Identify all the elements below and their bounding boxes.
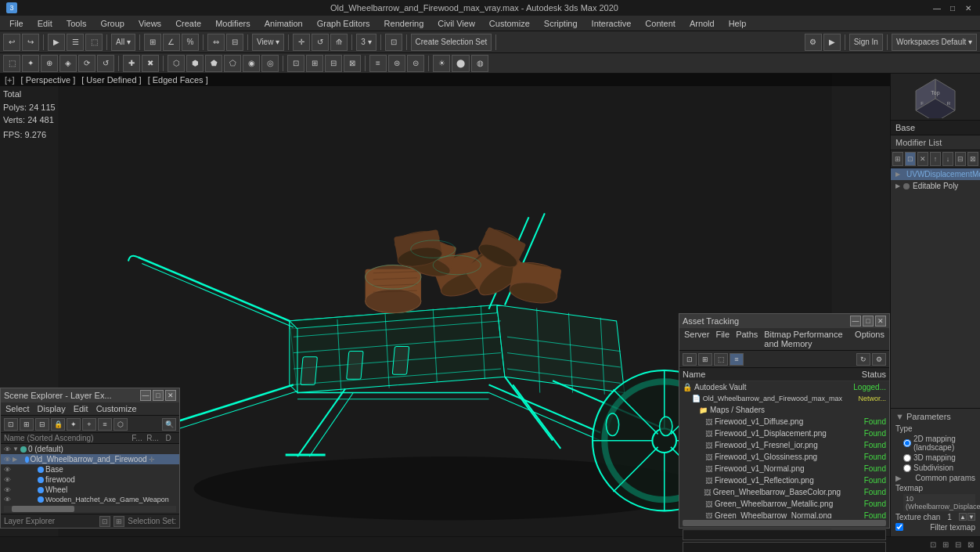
tool-btn-11[interactable]: ⬟ — [205, 55, 222, 72]
tool-btn-6[interactable]: ↺ — [97, 55, 114, 72]
at-menu-file[interactable]: File — [715, 330, 730, 348]
at-scrollbar[interactable] — [683, 520, 886, 526]
reference-coord-dropdown[interactable]: 3 ▾ — [356, 34, 376, 51]
at-row-firewood-normal[interactable]: 🖼 Firewood_v1_Normal.png Found — [679, 463, 889, 474]
menu-item-graph-editors[interactable]: Graph Editors — [311, 17, 377, 30]
tool-btn-3[interactable]: ⊕ — [41, 55, 58, 72]
at-row-firewood-reflection[interactable]: 🖼 Firewood_v1_Reflection.png Found — [679, 474, 889, 486]
se-row-wheelbarrow[interactable]: 👁 ▶ Old_Wheelbarrow_and_Firewood ✛ — [1, 454, 179, 464]
texture-chan-spinner[interactable]: ▲ ▼ — [959, 513, 975, 521]
se-row-default[interactable]: 👁 ▼ 0 (default) — [1, 444, 179, 454]
create-selection-set-btn[interactable]: Create Selection Set — [411, 34, 492, 51]
se-menu-customize[interactable]: Customize — [96, 404, 137, 413]
select-move-button[interactable]: ✛ — [293, 34, 310, 51]
at-row-green-normal[interactable]: 🖼 Green_Wheelbarrow_Normal.png Found — [679, 510, 889, 518]
chan-up-btn[interactable]: ▲ — [959, 513, 967, 521]
at-btn-2[interactable]: ⊞ — [698, 353, 712, 366]
tool-btn-15[interactable]: ⊡ — [287, 55, 304, 72]
close-button[interactable]: ✕ — [963, 2, 974, 13]
snap-toggle-button[interactable]: ⊞ — [144, 34, 161, 51]
mirror-button[interactable]: ⇔ — [207, 34, 225, 51]
tool-btn-2[interactable]: ✦ — [22, 55, 39, 72]
at-btn-settings[interactable]: ⚙ — [872, 353, 886, 366]
modifier-uvw-displacement[interactable]: ▶ UVWDisplacementMod — [891, 168, 980, 180]
se-tool-1[interactable]: ⊡ — [4, 418, 18, 431]
se-row-firewood[interactable]: 👁 firewood — [1, 474, 179, 485]
at-menu-options[interactable]: Options — [855, 330, 885, 348]
align-button[interactable]: ⊟ — [226, 34, 243, 51]
menu-item-interactive[interactable]: Interactive — [585, 17, 638, 30]
se-tool-5[interactable]: ✦ — [67, 418, 81, 431]
tool-btn-5[interactable]: ⟳ — [78, 55, 95, 72]
menu-item-create[interactable]: Create — [169, 17, 207, 30]
mod-tab-1[interactable]: ⊞ — [892, 152, 903, 166]
at-row-vault[interactable]: 🔒 Autodesk Vault Logged... — [679, 381, 889, 393]
at-row-firewood-displacement[interactable]: 🖼 Firewood_v1_Displacement.png Found — [679, 428, 889, 439]
se-tool-3[interactable]: ⊟ — [35, 418, 49, 431]
tool-btn-17[interactable]: ⊟ — [325, 55, 342, 72]
tool-btn-4[interactable]: ◈ — [59, 55, 77, 72]
tool-btn-12[interactable]: ⬠ — [224, 55, 241, 72]
at-menu-bitmap[interactable]: Bitmap Performance and Memory — [764, 330, 848, 348]
render-setup-btn[interactable]: ⚙ — [805, 34, 822, 51]
at-input-2[interactable] — [683, 542, 886, 552]
chan-down-btn[interactable]: ▼ — [967, 513, 975, 521]
menu-item-arnold[interactable]: Arnold — [683, 17, 721, 30]
at-btn-1[interactable]: ⊡ — [683, 353, 697, 366]
at-row-main-file[interactable]: 📄 Old_Wheelbarrow_and_Firewood_max_max N… — [679, 393, 889, 404]
workspaces-dropdown[interactable]: Workspaces Default ▾ — [892, 34, 977, 51]
at-row-green-metallic[interactable]: 🖼 Green_Wheelbarrow_Metallic.png Found — [679, 498, 889, 510]
menu-item-modifiers[interactable]: Modifiers — [209, 17, 257, 30]
mod-tab-3[interactable]: ✕ — [917, 152, 928, 166]
se-tool-6[interactable]: + — [82, 418, 96, 431]
pivot-point-button[interactable]: ⊡ — [385, 34, 402, 51]
tool-btn-19[interactable]: ≡ — [369, 55, 387, 72]
menu-item-rendering[interactable]: Rendering — [378, 17, 431, 30]
tool-btn-7[interactable]: ✚ — [123, 55, 140, 72]
select-rotate-button[interactable]: ↺ — [312, 34, 329, 51]
mapping-3d-radio[interactable] — [903, 454, 911, 462]
at-input-1[interactable] — [683, 529, 886, 540]
menu-item-edit[interactable]: Edit — [31, 17, 59, 30]
at-row-maps-folder[interactable]: 📁 Maps / Shaders — [679, 404, 889, 416]
se-row-wheel[interactable]: 👁 Wheel — [1, 485, 179, 495]
at-row-firewood-glossiness[interactable]: 🖼 Firewood_v1_Glossiness.png Found — [679, 451, 889, 463]
mod-tab-2[interactable]: ⊡ — [905, 152, 916, 166]
at-btn-refresh[interactable]: ↻ — [856, 353, 870, 366]
tool-btn-14[interactable]: ◎ — [261, 55, 279, 72]
mod-tab-6[interactable]: ⊟ — [955, 152, 966, 166]
se-icon-1[interactable]: ⊡ — [99, 516, 110, 527]
at-menu-paths[interactable]: Paths — [736, 330, 758, 348]
sign-in-btn[interactable]: Sign In — [849, 34, 883, 51]
at-row-firewood-diffuse[interactable]: 🖼 Firewood_v1_Diffuse.png Found — [679, 416, 889, 428]
menu-item-content[interactable]: Content — [639, 17, 682, 30]
filter-texmap-checkbox[interactable] — [895, 523, 903, 531]
common-params-expand[interactable]: ▶ — [895, 474, 902, 482]
select-scale-button[interactable]: ⟰ — [330, 34, 348, 51]
tool-btn-21[interactable]: ⊝ — [407, 55, 424, 72]
se-tool-7[interactable]: ≡ — [98, 418, 112, 431]
navigation-cube[interactable]: Top R F — [891, 74, 980, 121]
subdivision-option[interactable]: Subdivision — [903, 464, 953, 472]
redo-button[interactable]: ↪ — [22, 34, 39, 51]
se-restore-btn[interactable]: □ — [153, 390, 164, 401]
modifier-editable-poly[interactable]: ▶ Editable Poly — [891, 180, 980, 192]
at-menu-server[interactable]: Server — [684, 330, 709, 348]
se-tool-4[interactable]: 🔒 — [51, 418, 65, 431]
view-dropdown[interactable]: View ▾ — [252, 34, 284, 51]
texmap-value-row[interactable]: 10 (Wheelbarrow_Displacemer — [903, 494, 975, 511]
tool-btn-1[interactable]: ⬚ — [3, 55, 20, 72]
se-scrollbar[interactable] — [4, 506, 176, 512]
undo-button[interactable]: ↩ — [3, 34, 20, 51]
tool-btn-23[interactable]: ⬤ — [452, 55, 470, 72]
tool-btn-13[interactable]: ◉ — [243, 55, 260, 72]
se-menu-display[interactable]: Display — [38, 404, 66, 413]
se-menu-edit[interactable]: Edit — [74, 404, 88, 413]
tool-btn-22[interactable]: ☀ — [433, 55, 450, 72]
menu-item-customize[interactable]: Customize — [483, 17, 536, 30]
params-collapse-icon[interactable]: ▼ — [895, 412, 904, 421]
at-minimize-btn[interactable]: — — [850, 316, 861, 327]
maximize-button[interactable]: □ — [947, 2, 958, 13]
se-tool-8[interactable]: ⬡ — [113, 418, 128, 431]
mod-tab-4[interactable]: ↑ — [930, 152, 941, 166]
